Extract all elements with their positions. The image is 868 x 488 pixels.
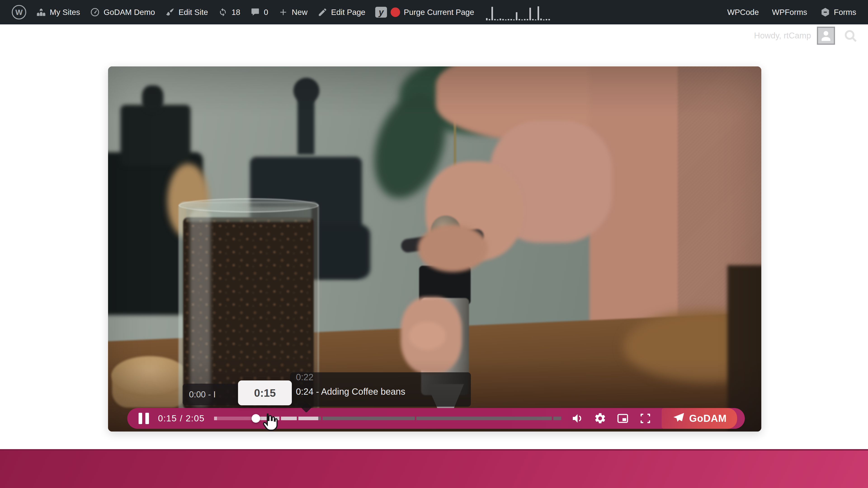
refresh-icon bbox=[218, 7, 228, 17]
chapter-tooltip-text: 0:24 - Adding Coffee beans bbox=[296, 384, 471, 399]
sparkline-bar bbox=[497, 20, 498, 20]
wpforms-label: WPForms bbox=[772, 8, 807, 17]
sparkline-bar bbox=[521, 20, 523, 20]
progress-segment bbox=[318, 417, 561, 420]
gauge-icon bbox=[90, 7, 100, 17]
site-name-menu[interactable]: GoDAM Demo bbox=[85, 0, 160, 24]
edit-page-menu[interactable]: Edit Page bbox=[313, 0, 370, 24]
pencil-icon bbox=[318, 7, 328, 17]
updates-menu[interactable]: 18 bbox=[213, 0, 245, 24]
updates-count: 18 bbox=[231, 8, 240, 17]
godam-brand-label: GoDAM bbox=[689, 413, 727, 424]
sparkline-bar bbox=[535, 20, 536, 20]
new-content-menu[interactable]: New bbox=[273, 0, 313, 24]
account-menu[interactable]: Howdy, rtCamp bbox=[754, 27, 835, 45]
sparkline-bar bbox=[519, 19, 520, 20]
sparkline-bar bbox=[489, 19, 490, 20]
progress-segment bbox=[256, 417, 318, 420]
gravity-forms-menu[interactable]: Forms bbox=[815, 7, 861, 17]
stats-sparkline[interactable] bbox=[486, 4, 550, 20]
my-sites-label: My Sites bbox=[50, 8, 80, 17]
player-control-bar: 0:15 / 2:05 GoDAM bbox=[127, 408, 745, 429]
forms-label: Forms bbox=[834, 8, 856, 17]
avatar bbox=[817, 27, 835, 45]
sparkline-bar bbox=[540, 19, 542, 20]
chapter-gap-marker bbox=[297, 417, 298, 420]
search-icon bbox=[844, 29, 858, 43]
sparkline-bar bbox=[494, 19, 496, 20]
wpcode-menu[interactable]: WPCode bbox=[722, 8, 764, 17]
sparkline-bar bbox=[548, 19, 550, 20]
godam-brand-button[interactable]: GoDAM bbox=[662, 408, 737, 429]
sparkline-bar bbox=[527, 19, 528, 20]
settings-button[interactable] bbox=[594, 412, 607, 425]
progress-track[interactable] bbox=[214, 417, 561, 420]
sparkline-bar bbox=[524, 19, 526, 20]
sparkline-bar bbox=[532, 19, 534, 20]
wp-logo-menu[interactable]: W bbox=[7, 0, 31, 24]
sparkline-bar bbox=[500, 19, 501, 20]
edit-site-menu[interactable]: Edit Site bbox=[160, 0, 213, 24]
pause-button[interactable] bbox=[135, 408, 152, 429]
my-sites-menu[interactable]: My Sites bbox=[31, 0, 85, 24]
chapter-gap-marker bbox=[552, 417, 553, 420]
pip-button[interactable] bbox=[616, 412, 629, 425]
wpforms-menu[interactable]: WPForms bbox=[767, 8, 812, 17]
sparkline-bar bbox=[543, 20, 545, 20]
person-icon bbox=[819, 29, 833, 43]
sparkline-bar bbox=[529, 8, 531, 20]
brush-icon bbox=[165, 7, 175, 17]
sparkline-bar bbox=[510, 19, 512, 20]
fullscreen-icon bbox=[639, 412, 652, 425]
sparkline-bar bbox=[505, 20, 506, 20]
sparkline-bar bbox=[491, 7, 493, 20]
footer-band bbox=[0, 449, 868, 488]
chapter-tooltip: 0:22 0:24 - Adding Coffee beans bbox=[290, 372, 471, 407]
chapter-gap-marker bbox=[279, 417, 281, 420]
search-button[interactable] bbox=[844, 29, 858, 43]
video-player[interactable]: 0:00 - I 0:22 0:24 - Adding Coffee beans… bbox=[108, 66, 761, 431]
edit-site-label: Edit Site bbox=[179, 8, 208, 17]
houses-icon bbox=[36, 7, 46, 17]
howdy-label: Howdy, rtCamp bbox=[754, 31, 811, 40]
wpcode-label: WPCode bbox=[727, 8, 759, 17]
picture-in-picture-icon bbox=[616, 412, 629, 425]
yoast-menu[interactable]: y Purge Current Page bbox=[370, 0, 479, 24]
progress-scrubber[interactable] bbox=[252, 414, 260, 423]
sparkline-bar bbox=[513, 20, 515, 20]
edit-page-label: Edit Page bbox=[331, 8, 366, 17]
sparkline-bar bbox=[546, 19, 547, 20]
sparkline-bar bbox=[508, 19, 509, 20]
chapter-gap-marker bbox=[321, 417, 322, 420]
site-name-label: GoDAM Demo bbox=[103, 8, 155, 17]
gear-icon bbox=[594, 412, 607, 425]
chapter-tooltip-prev-time: 0:22 bbox=[296, 372, 471, 384]
fullscreen-button[interactable] bbox=[639, 412, 652, 425]
godam-logo-icon bbox=[672, 412, 685, 425]
wordpress-logo-icon: W bbox=[12, 5, 26, 20]
sparkline-bar bbox=[502, 19, 504, 20]
volume-button[interactable] bbox=[571, 412, 584, 425]
progress-segment bbox=[214, 417, 256, 420]
admin-bar-right: WPCode WPForms Forms bbox=[722, 7, 861, 17]
yoast-icon: y bbox=[375, 7, 387, 18]
track-start-marker bbox=[214, 417, 217, 420]
seek-time-tooltip: 0:15 bbox=[238, 381, 292, 405]
plus-icon bbox=[278, 7, 288, 17]
wp-admin-bar: W My Sites GoDAM Demo Edit Site 18 0 New bbox=[0, 0, 868, 24]
new-label: New bbox=[292, 8, 308, 17]
yoast-alert-dot bbox=[391, 7, 400, 17]
purge-label: Purge Current Page bbox=[404, 8, 474, 17]
sparkline-bar bbox=[486, 18, 488, 20]
chapter-gap-marker bbox=[415, 417, 416, 420]
comment-bubble-icon bbox=[250, 7, 260, 17]
gravity-forms-icon bbox=[820, 7, 830, 17]
time-display: 0:15 / 2:05 bbox=[158, 414, 205, 423]
volume-icon bbox=[571, 412, 584, 425]
comments-count: 0 bbox=[264, 8, 268, 17]
sparkline-bar bbox=[516, 12, 518, 20]
comments-menu[interactable]: 0 bbox=[245, 0, 273, 24]
sparkline-bar bbox=[537, 6, 539, 20]
